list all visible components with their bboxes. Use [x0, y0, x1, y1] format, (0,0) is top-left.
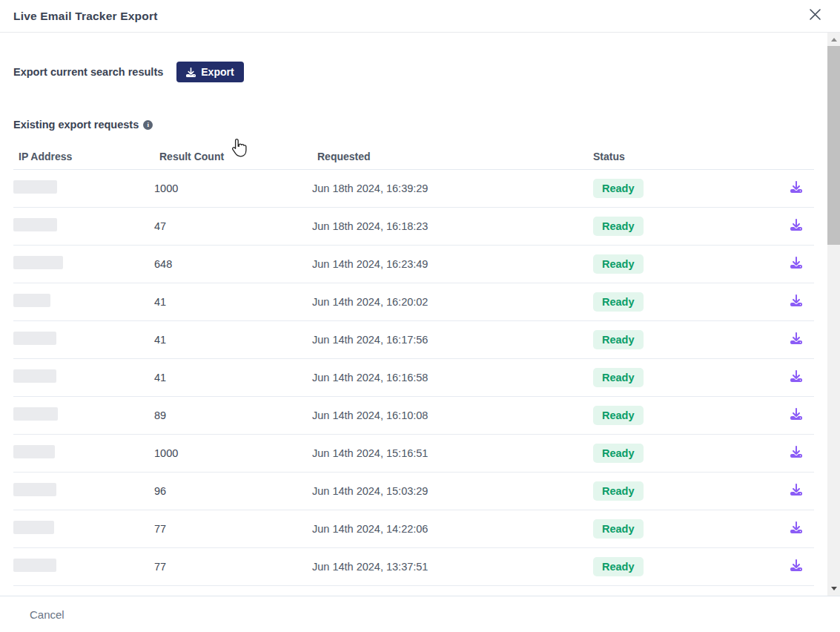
export-requests-table: IP Address Result Count Requested Status… [13, 144, 814, 586]
status-cell: Ready [588, 217, 758, 236]
requested-cell: Jun 14th 2024, 16:16:58 [312, 372, 588, 384]
requested-cell: Jun 14th 2024, 16:20:02 [312, 296, 588, 308]
ip-address-cell [13, 218, 154, 234]
download-icon [186, 68, 196, 77]
status-cell: Ready [588, 330, 758, 349]
ip-redacted-box [13, 521, 54, 534]
vertical-scrollbar [827, 33, 840, 596]
info-circle-icon[interactable]: i [143, 120, 153, 130]
ip-address-cell [13, 256, 154, 272]
actions-cell [758, 181, 814, 196]
download-icon[interactable] [790, 446, 802, 458]
ip-address-cell [13, 559, 154, 575]
download-icon[interactable] [790, 181, 802, 193]
ip-redacted-box [13, 559, 56, 572]
result-count-cell: 41 [154, 296, 312, 308]
table-row: 77 Jun 14th 2024, 14:22:06 Ready [13, 510, 814, 548]
column-header-requested: Requested [312, 151, 588, 162]
requested-cell: Jun 14th 2024, 15:16:51 [312, 447, 588, 459]
status-badge: Ready [593, 254, 644, 274]
requests-heading-row: Existing export requests i [13, 119, 814, 131]
column-header-result-count: Result Count [154, 151, 312, 162]
ip-address-cell [13, 332, 154, 348]
requested-cell: Jun 14th 2024, 16:23:49 [312, 258, 588, 270]
result-count-cell: 41 [154, 334, 312, 346]
requested-cell: Jun 18th 2024, 16:18:23 [312, 220, 588, 232]
column-header-status: Status [588, 151, 758, 162]
ip-address-cell [13, 521, 154, 537]
table-row: 648 Jun 14th 2024, 16:23:49 Ready [13, 246, 814, 283]
actions-cell [758, 294, 814, 309]
status-badge: Ready [593, 406, 644, 425]
export-row: Export current search results Export [13, 62, 814, 82]
modal-header: Live Email Tracker Export [0, 0, 840, 33]
result-count-cell: 648 [154, 258, 312, 270]
result-count-cell: 77 [154, 523, 312, 535]
download-icon[interactable] [790, 257, 802, 269]
status-badge: Ready [593, 292, 644, 312]
status-cell: Ready [588, 406, 758, 425]
status-badge: Ready [593, 217, 644, 236]
status-cell: Ready [588, 292, 758, 312]
status-badge: Ready [593, 557, 644, 576]
status-badge: Ready [593, 179, 644, 198]
cancel-button[interactable]: Cancel [30, 608, 65, 621]
ip-address-cell [13, 294, 154, 310]
requested-cell: Jun 14th 2024, 13:37:51 [312, 561, 588, 573]
table-row: 47 Jun 18th 2024, 16:18:23 Ready [13, 208, 814, 246]
actions-cell [758, 484, 814, 498]
download-icon[interactable] [790, 559, 802, 571]
download-icon[interactable] [790, 219, 802, 231]
status-badge: Ready [593, 368, 644, 387]
actions-cell [758, 219, 814, 234]
modal-title: Live Email Tracker Export [13, 10, 158, 23]
table-body: 1000 Jun 18th 2024, 16:39:29 Ready 47 Ju… [13, 170, 814, 586]
actions-cell [758, 559, 814, 574]
table-row: 41 Jun 14th 2024, 16:20:02 Ready [13, 283, 814, 321]
requested-cell: Jun 18th 2024, 16:39:29 [312, 182, 588, 194]
actions-cell [758, 332, 814, 347]
result-count-cell: 1000 [154, 182, 312, 194]
download-icon[interactable] [790, 332, 802, 344]
download-icon[interactable] [790, 294, 802, 306]
close-icon [809, 8, 821, 24]
status-cell: Ready [588, 481, 758, 501]
download-icon[interactable] [790, 521, 802, 533]
status-cell: Ready [588, 557, 758, 576]
table-row: 96 Jun 14th 2024, 15:03:29 Ready [13, 473, 814, 510]
status-badge: Ready [593, 519, 644, 539]
scrollbar-thumb[interactable] [827, 46, 840, 245]
status-cell: Ready [588, 519, 758, 539]
ip-redacted-box [13, 294, 50, 307]
scrollbar-down-arrow[interactable] [827, 583, 840, 594]
status-badge: Ready [593, 444, 644, 463]
download-icon[interactable] [790, 484, 802, 496]
actions-cell [758, 521, 814, 536]
export-button[interactable]: Export [176, 62, 243, 82]
result-count-cell: 41 [154, 372, 312, 384]
status-cell: Ready [588, 254, 758, 274]
ip-redacted-box [13, 445, 55, 458]
ip-redacted-box [13, 483, 56, 496]
export-button-label: Export [201, 66, 234, 78]
status-cell: Ready [588, 179, 758, 198]
table-row: 41 Jun 14th 2024, 16:17:56 Ready [13, 321, 814, 359]
table-row: 89 Jun 14th 2024, 16:10:08 Ready [13, 397, 814, 435]
result-count-cell: 47 [154, 220, 312, 232]
ip-redacted-box [13, 407, 58, 421]
result-count-cell: 96 [154, 485, 312, 497]
actions-cell [758, 257, 814, 271]
requested-cell: Jun 14th 2024, 16:10:08 [312, 409, 588, 421]
modal-body: Export current search results Export Exi… [0, 33, 827, 596]
actions-cell [758, 408, 814, 423]
ip-redacted-box [13, 369, 56, 383]
download-icon[interactable] [790, 408, 802, 420]
close-button[interactable] [807, 9, 822, 24]
actions-cell [758, 446, 814, 461]
download-icon[interactable] [790, 370, 802, 382]
table-header-row: IP Address Result Count Requested Status [13, 144, 814, 170]
scrollbar-up-arrow[interactable] [827, 34, 840, 45]
status-cell: Ready [588, 444, 758, 463]
status-badge: Ready [593, 330, 644, 349]
table-row: 1000 Jun 18th 2024, 16:39:29 Ready [13, 170, 814, 208]
